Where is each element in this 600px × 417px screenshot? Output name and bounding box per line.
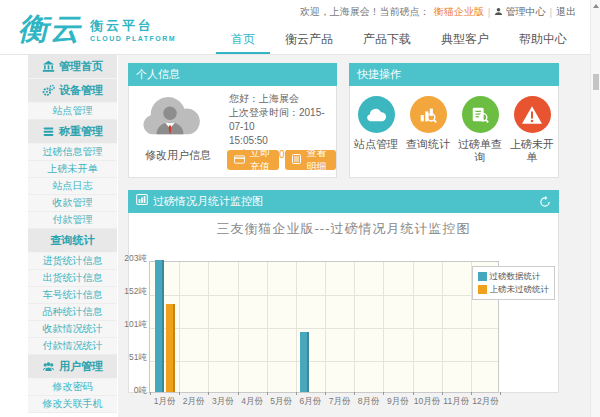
scrollbar-thumb[interactable]	[593, 74, 599, 90]
sidebar-item-payments-mgmt[interactable]: 付款管理	[28, 212, 117, 229]
sidebar-item-site-logs[interactable]: 站点日志	[28, 178, 117, 195]
cloud-icon	[358, 96, 395, 133]
legend-item-weighed-data: 过磅数据统计	[478, 270, 550, 283]
list-detail-icon	[292, 154, 301, 166]
sidebar-item-inbound-stats[interactable]: 进货统计信息	[28, 253, 117, 270]
chart-panel-title: 过磅情况月统计监控图	[153, 190, 263, 213]
bank-icon	[42, 60, 55, 73]
edit-user-info-link[interactable]: 修改用户信息	[135, 148, 221, 163]
sidebar-item-label: 设备管理	[59, 83, 103, 98]
quick-action-weighing-ticket-query[interactable]: 过磅单查询	[454, 86, 506, 177]
scroll-up-arrow-icon[interactable]	[591, 1, 600, 11]
admin-center-link[interactable]: 管理中心	[494, 5, 545, 19]
sidebar: 管理首页 设备管理 站点管理 称重管理 过磅信息管理 上磅未开单 站点日志 收款…	[28, 55, 117, 413]
welcome-text: 欢迎，上海展会！当前磅点：	[300, 5, 430, 19]
sidebar-item-outbound-stats[interactable]: 出货统计信息	[28, 270, 117, 287]
legend-item-not-weighed: 上磅未过磅统计	[478, 283, 550, 296]
logo-platform-name: 衡云平台	[90, 17, 176, 35]
logout-link[interactable]: 退出	[556, 5, 576, 19]
legend-swatch-teal	[478, 272, 487, 281]
logo-text: 衡云	[18, 9, 82, 50]
weighing-list-icon	[42, 125, 55, 138]
sidebar-item-site-mgmt[interactable]: 站点管理	[28, 103, 117, 120]
main-nav: 首页 衡云产品 产品下载 典型客户 帮助中心	[216, 27, 582, 54]
quick-action-query-stats[interactable]: 查询统计	[402, 86, 454, 177]
sidebar-item-device-mgmt[interactable]: 设备管理	[28, 79, 117, 103]
sidebar-item-weighing-mgmt[interactable]: 称重管理	[28, 120, 117, 144]
sidebar-item-variety-stats[interactable]: 品种统计信息	[28, 304, 117, 321]
legend-swatch-orange	[478, 285, 487, 294]
view-details-button[interactable]: 查看明细	[285, 150, 336, 170]
sidebar-item-receipt-status-stats[interactable]: 收款情况统计	[28, 321, 117, 338]
sidebar-item-label: 用户管理	[59, 359, 103, 374]
users-icon	[42, 360, 55, 373]
sidebar-item-label: 管理首页	[59, 59, 103, 74]
quick-actions-header: 快捷操作	[349, 63, 559, 86]
greeting-text: 您好：上海展会	[229, 92, 336, 106]
sidebar-item-query-stats[interactable]: 查询统计	[28, 229, 117, 253]
separator: |	[549, 7, 552, 18]
sidebar-item-weighing-info-mgmt[interactable]: 过磅信息管理	[28, 144, 117, 161]
plot-area: 0吨51吨101吨152吨203吨1月份2月份3月份4月份5月份6月份7月份8月…	[149, 261, 499, 393]
sidebar-item-weighed-not-billed[interactable]: 上磅未开单	[28, 161, 117, 178]
sidebar-item-change-linked-phone[interactable]: 修改关联手机	[28, 396, 117, 413]
nav-downloads[interactable]: 产品下载	[348, 27, 426, 54]
chart-legend: 过磅数据统计 上磅未过磅统计	[472, 266, 556, 300]
nav-customers[interactable]: 典型客户	[426, 27, 504, 54]
user-icon	[494, 7, 503, 18]
sidebar-item-label: 称重管理	[59, 124, 103, 139]
last-login-line1: 上次登录时间：2015-07-10	[229, 106, 336, 134]
logo-platform-subtitle: CLOUD PLATFORM	[90, 35, 176, 42]
quick-action-weighed-not-billed[interactable]: 上磅未开单	[506, 86, 558, 177]
separator: |	[488, 7, 491, 18]
logo[interactable]: 衡云 衡云平台 CLOUD PLATFORM	[18, 9, 176, 50]
nav-help[interactable]: 帮助中心	[504, 27, 582, 54]
chart-title: 三友衡猫企业版---过磅情况月统计监控图	[129, 213, 558, 238]
profile-panel: 个人信息 修改用户信息 您好：上海展会 上次登录时间：2015-07-10 15…	[128, 63, 337, 178]
doc-search-icon	[462, 96, 499, 133]
nav-products[interactable]: 衡云产品	[270, 27, 348, 54]
sidebar-item-user-mgmt[interactable]: 用户管理	[28, 355, 117, 379]
current-scale-account-link[interactable]: 衡猫企业版	[434, 5, 484, 19]
sidebar-item-vehicle-stats[interactable]: 车号统计信息	[28, 287, 117, 304]
sidebar-item-payment-status-stats[interactable]: 付款情况统计	[28, 338, 117, 355]
bar-chart-icon	[136, 190, 148, 213]
recharge-button[interactable]: 立即充值	[227, 150, 279, 170]
sidebar-item-change-password[interactable]: 修改密码	[28, 379, 117, 396]
sidebar-item-receipts-mgmt[interactable]: 收款管理	[28, 195, 117, 212]
nav-home[interactable]: 首页	[216, 27, 270, 54]
quick-action-site-mgmt[interactable]: 站点管理	[350, 86, 402, 177]
utility-bar: 欢迎，上海展会！当前磅点： 衡猫企业版 | 管理中心 | 退出	[300, 5, 576, 19]
stats-search-icon	[410, 96, 447, 133]
page-scrollbar[interactable]	[590, 0, 600, 417]
chart-panel: 过磅情况月统计监控图 三友衡猫企业版---过磅情况月统计监控图 0吨51吨101…	[128, 190, 559, 393]
user-avatar	[139, 92, 201, 142]
refresh-icon[interactable]	[539, 196, 551, 208]
sidebar-item-admin-home[interactable]: 管理首页	[28, 55, 117, 79]
credit-card-icon	[234, 155, 245, 166]
quick-actions-panel: 快捷操作 站点管理 查询统计 过磅单查询 上磅未开单	[349, 63, 559, 178]
gears-icon	[42, 84, 55, 97]
warning-icon	[514, 96, 551, 133]
top-header: 衡云 衡云平台 CLOUD PLATFORM 欢迎，上海展会！当前磅点： 衡猫企…	[0, 0, 590, 55]
profile-panel-header: 个人信息	[128, 63, 337, 86]
